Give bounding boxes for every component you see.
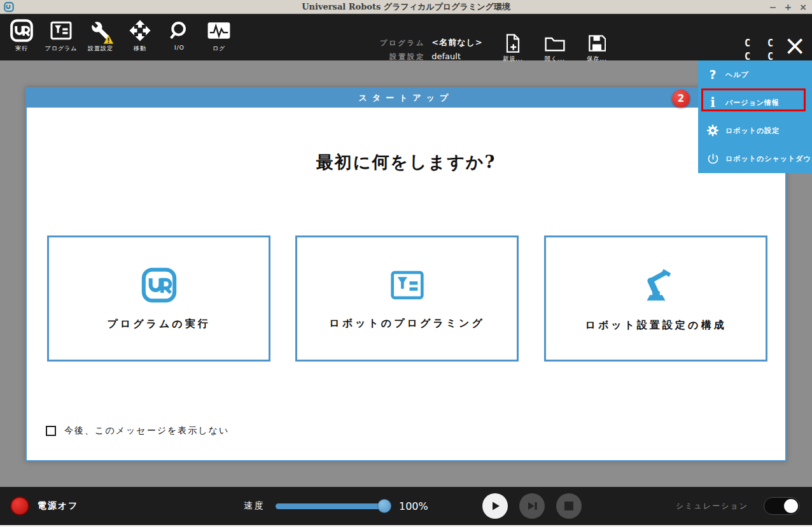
save-icon bbox=[588, 34, 606, 53]
toggle-knob bbox=[784, 499, 798, 513]
new-file-icon bbox=[505, 34, 521, 53]
card-run-program[interactable]: プログラムの実行 bbox=[47, 235, 270, 362]
menu-item-label: ロボットの設定 bbox=[725, 126, 780, 136]
move-arrows-icon bbox=[129, 18, 151, 43]
dont-show-again-row: 今後、このメッセージを表示しない bbox=[46, 425, 229, 437]
main-toolbar: 実行 プログラム bbox=[0, 14, 812, 60]
menu-item-help[interactable]: ? ヘルプ bbox=[698, 60, 812, 88]
card-label: ロボット設置設定の構成 bbox=[585, 319, 727, 332]
tab-program[interactable]: プログラム bbox=[45, 18, 78, 53]
program-icon bbox=[50, 18, 73, 43]
card-label: プログラムの実行 bbox=[107, 318, 210, 331]
window-controls: − + × bbox=[769, 0, 807, 14]
file-button-label: 新規... bbox=[503, 55, 523, 63]
app-close-button[interactable]: × bbox=[780, 30, 809, 60]
play-icon bbox=[489, 500, 501, 512]
tab-label: プログラム bbox=[45, 45, 77, 53]
tab-label: 実行 bbox=[15, 45, 28, 53]
ur-logo-icon bbox=[10, 18, 34, 43]
open-folder-icon bbox=[545, 34, 565, 53]
power-status-button[interactable]: 電源オフ bbox=[10, 487, 79, 525]
clock-display: C C C C bbox=[745, 37, 779, 64]
startup-panel: スタートアップ 最初に何をしますか? プログラムの実行 ロボットのプログラミング bbox=[25, 87, 787, 461]
file-button-label: 開く... bbox=[545, 55, 565, 63]
tab-installation[interactable]: 設置設定 bbox=[84, 18, 117, 53]
app-logo-icon bbox=[4, 2, 14, 12]
hamburger-dropdown-menu: ? ヘルプ i バージョン情報 ロボットの設定 bbox=[698, 60, 812, 173]
menu-item-label: ヘルプ bbox=[725, 70, 749, 80]
program-info: プログラム <名前なし> 設置設定 default bbox=[380, 37, 483, 62]
titlebar: Universal Robots グラフィカルプログラミング環境 − + × bbox=[0, 0, 812, 14]
program-icon bbox=[389, 267, 425, 303]
open-button[interactable]: 開く... bbox=[538, 34, 571, 63]
stop-button[interactable] bbox=[556, 493, 582, 519]
checkbox-label: 今後、このメッセージを表示しない bbox=[64, 425, 229, 437]
installation-label: 設置設定 bbox=[380, 52, 425, 62]
menu-item-shutdown-robot[interactable]: ロボットのシャットダウ bbox=[698, 144, 812, 172]
menu-item-robot-setup[interactable]: ロボットの設定 bbox=[698, 116, 812, 144]
tab-io[interactable]: I/O bbox=[163, 18, 196, 53]
tab-move[interactable]: 移動 bbox=[123, 18, 157, 53]
power-indicator-icon bbox=[10, 496, 29, 516]
card-label: ロボットのプログラミング bbox=[329, 317, 485, 330]
tab-label: 移動 bbox=[134, 45, 146, 53]
speed-label: 速度 bbox=[244, 500, 265, 512]
step-icon bbox=[526, 500, 538, 512]
program-label: プログラム bbox=[380, 38, 425, 48]
clock-line: C C bbox=[745, 37, 779, 50]
warning-icon bbox=[103, 34, 114, 45]
power-icon bbox=[706, 151, 720, 165]
speed-control: 速度 100% bbox=[244, 487, 428, 525]
menu-item-label: バージョン情報 bbox=[725, 98, 780, 108]
simulation-label: シミュレーション bbox=[676, 501, 748, 512]
program-name-value: <名前なし> bbox=[431, 37, 482, 48]
footer-bar: 電源オフ 速度 100% シミュレーション bbox=[0, 487, 812, 525]
tab-label: I/O bbox=[174, 45, 185, 51]
installation-name-value: default bbox=[431, 52, 482, 61]
minimize-button[interactable]: − bbox=[769, 0, 777, 14]
window-close-button[interactable]: × bbox=[799, 0, 807, 14]
info-icon: i bbox=[706, 95, 720, 109]
log-waveform-icon bbox=[207, 18, 231, 43]
robot-arm-icon bbox=[636, 265, 676, 305]
power-status-label: 電源オフ bbox=[38, 500, 79, 512]
help-icon: ? bbox=[706, 67, 720, 81]
startup-question: 最初に何をしますか? bbox=[27, 151, 785, 174]
tab-log[interactable]: ログ bbox=[202, 18, 235, 53]
card-configure-installation[interactable]: ロボット設置設定の構成 bbox=[544, 235, 767, 362]
installation-wrench-icon bbox=[91, 18, 110, 43]
speed-value: 100% bbox=[399, 500, 428, 512]
dont-show-again-checkbox[interactable] bbox=[46, 426, 56, 436]
maximize-button[interactable]: + bbox=[785, 0, 792, 14]
ur-logo-icon bbox=[141, 267, 178, 304]
tab-run[interactable]: 実行 bbox=[5, 18, 38, 53]
gear-icon bbox=[706, 123, 720, 137]
simulation-toggle[interactable] bbox=[764, 497, 800, 515]
speed-slider[interactable] bbox=[276, 503, 389, 509]
io-magnifier-icon bbox=[169, 18, 190, 43]
menu-item-label: ロボットのシャットダウ bbox=[725, 154, 811, 164]
step-button[interactable] bbox=[519, 493, 545, 519]
menu-item-about-version[interactable]: i バージョン情報 bbox=[698, 88, 812, 116]
file-button-label: 保存... bbox=[587, 55, 607, 63]
stop-icon bbox=[564, 501, 574, 511]
play-button[interactable] bbox=[482, 493, 508, 519]
window-title: Universal Robots グラフィカルプログラミング環境 bbox=[302, 1, 510, 13]
tab-label: 設置設定 bbox=[88, 45, 113, 53]
toolbar-tabs: 実行 プログラム bbox=[5, 18, 235, 53]
transport-controls bbox=[482, 493, 582, 519]
step-annotation-badge: 2 bbox=[672, 90, 690, 108]
speed-slider-handle[interactable] bbox=[377, 499, 391, 513]
save-button[interactable]: 保存... bbox=[580, 34, 613, 63]
card-program-robot[interactable]: ロボットのプログラミング bbox=[295, 235, 519, 362]
file-buttons: 新規... 開く... 保存... bbox=[496, 34, 613, 63]
simulation-control: シミュレーション bbox=[676, 487, 800, 525]
tab-label: ログ bbox=[213, 45, 225, 53]
new-button[interactable]: 新規... bbox=[496, 34, 529, 63]
